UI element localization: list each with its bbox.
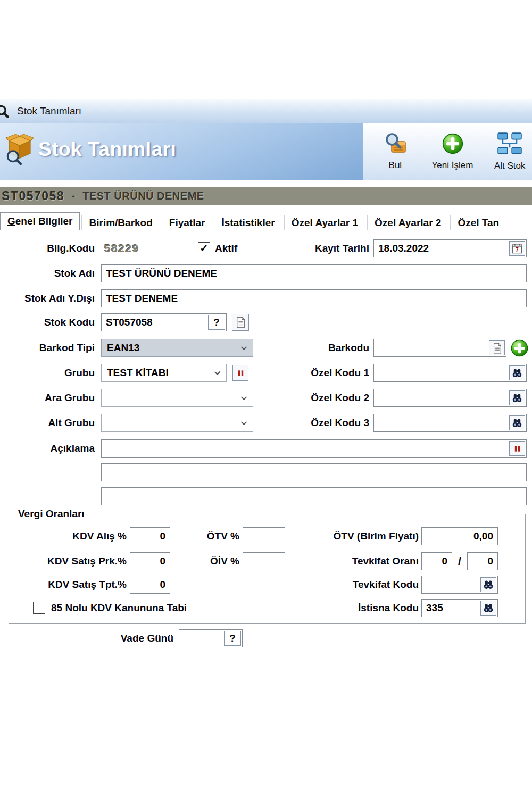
stock-stack-icon [497, 132, 522, 157]
ozel-kodu-2-field [373, 389, 527, 407]
chevron-down-icon [240, 421, 247, 426]
vade-gunu-help-button[interactable]: ? [224, 631, 241, 646]
otv-birim-field [421, 527, 498, 545]
row-vade-gunu: Vade Günü ? [0, 629, 532, 649]
svg-text:7: 7 [516, 247, 519, 253]
ara-grubu-select[interactable] [101, 389, 253, 407]
tevkifat-orani-label: Tevkifat Oranı [277, 552, 419, 570]
kdv-85-checkbox[interactable] [33, 602, 45, 614]
chevron-down-icon [240, 396, 247, 401]
stok-adi-ydisi-field [101, 289, 527, 307]
ozel-kodu-2-label: Özel Kodu 2 [250, 389, 369, 407]
alt-grubu-select[interactable] [101, 414, 253, 432]
otv-birim-input[interactable] [421, 527, 498, 545]
istisna-kodu-field [421, 599, 498, 617]
stok-adi-ydisi-input[interactable] [101, 289, 527, 307]
window-title: Stok Tanımları [17, 105, 81, 117]
binoculars-icon [512, 393, 522, 403]
tab-genel-bilgiler[interactable]: Genel Bilgiler [0, 212, 80, 230]
kayit-tarihi-input[interactable] [373, 239, 527, 257]
otv-birim-label: ÖTV (Birim Fiyatı) [277, 527, 419, 545]
tab-fiyatlar[interactable]: Fiyatlar [162, 215, 213, 230]
pause-bars-icon [237, 369, 245, 377]
plus-icon [510, 339, 529, 358]
sub-stock-button[interactable]: Alt Stok [481, 123, 532, 180]
vade-gunu-field: ? [179, 629, 243, 647]
ozel-kodu-3-lookup-button[interactable] [509, 415, 525, 430]
barkod-tipi-label: Barkod Tipi [0, 339, 95, 357]
istisna-kodu-lookup-button[interactable] [480, 601, 496, 616]
kdv-alis-field [130, 527, 170, 545]
tevkifat-orani-field-2 [467, 552, 498, 570]
bilg-kodu-label: Bilg.Kodu [0, 239, 95, 257]
find-button[interactable]: Bul [367, 123, 424, 180]
stok-kodu-help-button[interactable]: ? [208, 315, 225, 330]
row-stok-adi-ydisi: Stok Adı Y.Dışı [0, 289, 532, 309]
aciklama-list-button[interactable] [509, 441, 525, 456]
istisna-kodu-label: İstisna Kodu [277, 599, 419, 617]
aciklama-field-3 [101, 487, 527, 505]
document-icon [493, 343, 502, 354]
vergi-oranlari-title: Vergi Oranları [14, 507, 89, 520]
record-bar: ST057058 - TEST ÜRÜNÜ DENEME [0, 187, 532, 205]
otv-yuzde-label: ÖTV % [170, 527, 239, 545]
stok-adi-input[interactable] [101, 264, 527, 282]
aktif-label: Aktif [215, 239, 237, 257]
kayit-tarihi-field: 7 [373, 239, 527, 257]
aciklama-input-3[interactable] [101, 487, 527, 505]
tab-label: Özel Ayarlar 2 [375, 217, 441, 229]
barkodu-field [373, 339, 506, 357]
ozel-kodu-2-input[interactable] [373, 389, 527, 407]
tevkifat-kodu-field [421, 576, 498, 594]
tevkifat-orani-input-1[interactable] [421, 552, 452, 570]
ozel-kodu-2-lookup-button[interactable] [509, 390, 525, 405]
row-bilg-kodu: Bilg.Kodu 58229 ✓ Aktif Kayıt Tarihi 7 [0, 239, 532, 259]
row-aciklama-2 [0, 463, 532, 483]
stok-adi-field [101, 264, 527, 282]
kdv-alis-input[interactable] [130, 527, 170, 545]
pause-bars-icon [513, 445, 521, 453]
chevron-down-icon [214, 371, 221, 376]
tab-label: Birim/Barkod [89, 217, 152, 229]
barkod-tipi-select[interactable]: EAN13 [101, 339, 253, 357]
tab-birim-barkod[interactable]: Birim/Barkod [81, 215, 160, 230]
checkmark-icon: ✓ [200, 243, 209, 253]
row-stok-adi: Stok Adı [0, 264, 532, 284]
tab-istatistikler[interactable]: İstatistikler [214, 215, 282, 230]
page-title: Stok Tanımları [38, 138, 176, 161]
tevkifat-kodu-lookup-button[interactable] [480, 577, 496, 592]
ara-grubu-label: Ara Grubu [0, 389, 95, 407]
kdv-alis-label: KDV Alış % [0, 527, 127, 545]
calendar-icon: 7 [512, 243, 522, 254]
row-stok-kodu: Stok Kodu ? [0, 313, 532, 332]
grubu-list-button[interactable] [232, 365, 248, 381]
kdv-satis-prk-input[interactable] [130, 552, 170, 570]
tab-ozel-ayarlar-2[interactable]: Özel Ayarlar 2 [367, 215, 448, 230]
ozel-kodu-1-lookup-button[interactable] [509, 365, 525, 380]
ozel-kodu-3-input[interactable] [373, 414, 527, 432]
grubu-select[interactable]: TEST KİTABI [101, 364, 227, 382]
aciklama-input-1[interactable] [101, 439, 527, 458]
document-icon [236, 317, 245, 328]
row-alt-grubu: Alt Grubu Özel Kodu 3 [0, 414, 532, 433]
tevkifat-orani-input-2[interactable] [467, 552, 498, 570]
bilg-kodu-value: 58229 [104, 239, 139, 257]
new-transaction-button[interactable]: Yeni İşlem [424, 123, 481, 180]
stok-kodu-document-button[interactable] [232, 314, 249, 331]
window-titlebar[interactable]: Stok Tanımları [0, 99, 532, 123]
kdv-satis-tpt-input[interactable] [130, 576, 170, 594]
tab-label: İstatistikler [221, 217, 275, 229]
barkodu-document-button[interactable] [489, 340, 505, 355]
calendar-button[interactable]: 7 [509, 241, 525, 256]
aciklama-field-2 [101, 463, 527, 481]
tab-ozel-ayarlar-1[interactable]: Özel Ayarlar 1 [284, 215, 365, 230]
row-barkod: Barkod Tipi EAN13 Barkodu [0, 339, 532, 358]
barkodu-input[interactable] [373, 339, 506, 357]
record-code: ST057058 [0, 189, 64, 203]
aciklama-input-2[interactable] [101, 463, 527, 481]
aktif-checkbox[interactable]: ✓ [198, 242, 210, 254]
tab-label: Genel Bilgiler [7, 215, 72, 227]
add-barcode-button[interactable] [510, 339, 529, 358]
ozel-kodu-1-input[interactable] [373, 364, 527, 382]
tab-ozel-tan[interactable]: Özel Tan [450, 215, 506, 230]
